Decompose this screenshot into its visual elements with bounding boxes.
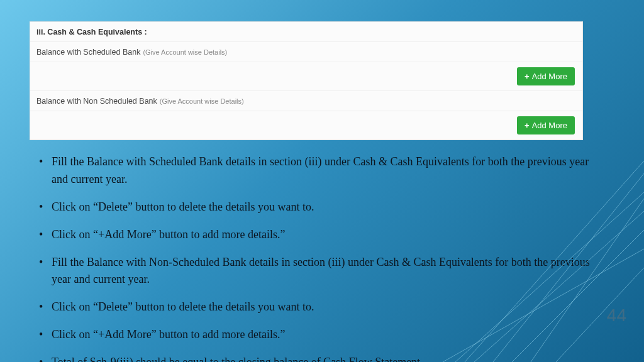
plus-icon: + [525,121,530,130]
section-header: iii. Cash & Cash Equivalents : [30,22,582,42]
list-item: Fill the Balance with Scheduled Bank det… [36,153,606,189]
instruction-list: Fill the Balance with Scheduled Bank det… [36,153,606,362]
page-number: 44 [607,305,626,326]
list-item: Click on “Delete” button to delete the d… [36,199,606,216]
add-more-button[interactable]: + Add More [517,116,575,134]
list-item: Click on “+Add More” button to add more … [36,326,606,344]
scheduled-bank-label: Balance with Scheduled Bank [36,48,140,57]
section-header-text: iii. Cash & Cash Equivalents : [36,28,147,36]
plus-icon: + [525,72,530,81]
non-scheduled-bank-row: Balance with Non Scheduled Bank (Give Ac… [30,91,582,111]
list-item: Click on “+Add More” button to add more … [36,226,606,244]
scheduled-bank-row: Balance with Scheduled Bank (Give Accoun… [30,42,582,62]
bullet-text: Click on “Delete” button to delete the d… [52,300,314,313]
add-more-button[interactable]: + Add More [517,67,575,85]
bullet-text: Click on “Delete” button to delete the d… [52,200,314,213]
bullet-text: Click on “+Add More” button to add more … [52,228,286,241]
bullet-text: Total of Sch-9(iii) should be equal to t… [52,356,423,362]
add-more-label: Add More [532,72,567,81]
add-more-row-1: + Add More [30,62,582,91]
non-scheduled-bank-label: Balance with Non Scheduled Bank [36,97,157,106]
non-scheduled-bank-hint: (Give Account wise Details) [160,97,244,105]
scheduled-bank-hint: (Give Account wise Details) [143,48,227,56]
bullet-text: Click on “+Add More” button to add more … [52,328,286,341]
add-more-row-2: + Add More [30,111,582,140]
add-more-label: Add More [532,121,567,130]
bullet-text: Fill the Balance with Non-Scheduled Bank… [52,256,590,286]
list-item: Click on “Delete” button to delete the d… [36,299,606,316]
list-item: Total of Sch-9(iii) should be equal to t… [36,354,606,362]
bullet-text: Fill the Balance with Scheduled Bank det… [52,155,589,185]
form-panel: iii. Cash & Cash Equivalents : Balance w… [30,21,583,140]
slide: iii. Cash & Cash Equivalents : Balance w… [0,0,644,362]
list-item: Fill the Balance with Non-Scheduled Bank… [36,254,606,289]
